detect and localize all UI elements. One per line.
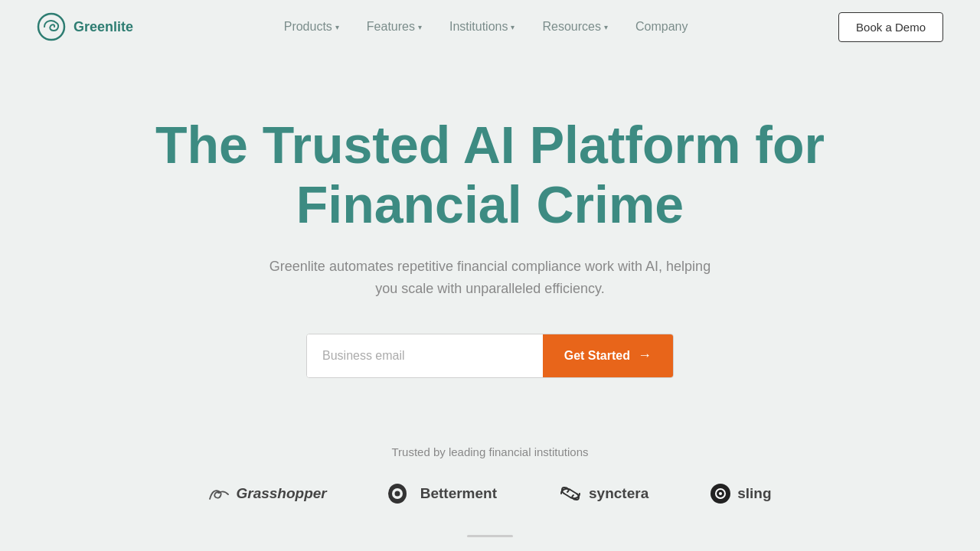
hero-section: The Trusted AI Platform for Financial Cr… <box>0 54 980 409</box>
sling-icon <box>710 483 731 504</box>
betterment-icon <box>388 484 414 504</box>
arrow-right-icon: → <box>638 347 652 364</box>
synctera-icon <box>558 486 583 501</box>
nav-item-company[interactable]: Company <box>635 20 688 34</box>
email-form: Get Started → <box>306 334 674 378</box>
hero-subtitle: Greenlite automates repetitive financial… <box>268 256 712 300</box>
betterment-label: Betterment <box>420 485 497 502</box>
chevron-down-icon: ▾ <box>604 23 608 31</box>
grasshopper-icon <box>208 485 230 502</box>
logo-text: Greenlite <box>74 19 133 35</box>
chevron-down-icon: ▾ <box>418 23 422 31</box>
logo-icon <box>37 12 66 41</box>
betterment-logo: Betterment <box>388 484 497 504</box>
synctera-label: synctera <box>589 485 648 502</box>
grasshopper-logo: Grasshopper <box>208 485 326 502</box>
navbar: Greenlite Products ▾ Features ▾ Institut… <box>0 0 980 54</box>
svg-point-6 <box>719 492 722 495</box>
logo-link[interactable]: Greenlite <box>37 12 133 41</box>
chevron-down-icon: ▾ <box>511 23 514 31</box>
book-demo-button[interactable]: Book a Demo <box>838 12 943 42</box>
svg-point-3 <box>394 491 400 496</box>
email-input[interactable] <box>307 334 543 377</box>
svg-point-0 <box>38 14 64 40</box>
trusted-label: Trusted by leading financial institution… <box>391 445 588 458</box>
synctera-logo: synctera <box>558 485 648 502</box>
nav-item-products[interactable]: Products ▾ <box>284 20 339 34</box>
nav-item-resources[interactable]: Resources ▾ <box>542 20 607 34</box>
hero-title: The Trusted AI Platform for Financial Cr… <box>155 115 825 234</box>
trusted-section: Trusted by leading financial institution… <box>0 409 980 537</box>
chevron-down-icon: ▾ <box>335 23 339 31</box>
grasshopper-label: Grasshopper <box>236 485 326 502</box>
get-started-button[interactable]: Get Started → <box>543 334 673 377</box>
nav-item-features[interactable]: Features ▾ <box>367 20 422 34</box>
sling-label: sling <box>737 485 771 502</box>
sling-logo: sling <box>710 483 771 504</box>
nav-links: Products ▾ Features ▾ Institutions ▾ Res… <box>284 20 688 34</box>
bottom-divider <box>467 535 513 537</box>
nav-item-institutions[interactable]: Institutions ▾ <box>449 20 514 34</box>
trusted-logos: Grasshopper Betterment synctera <box>208 483 771 504</box>
